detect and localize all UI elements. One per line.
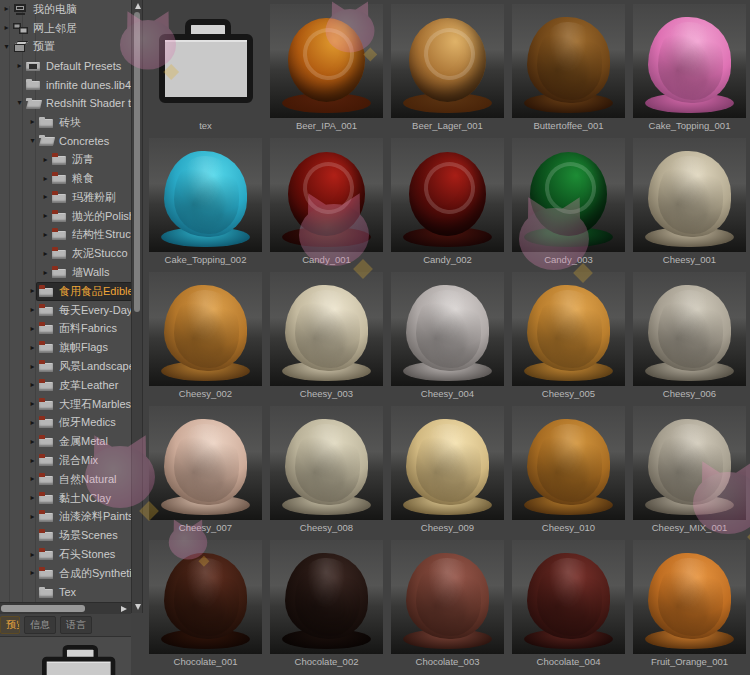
tree-item-target[interactable]: 灰泥Stucco — [50, 245, 131, 262]
tree-item-1[interactable]: ▸网上邻居 — [0, 19, 131, 38]
collapse-arrow-icon[interactable]: ▾ — [2, 43, 11, 51]
expand-arrow-icon[interactable]: ▸ — [28, 551, 37, 559]
expand-arrow-icon[interactable]: ▸ — [28, 400, 37, 408]
tree-item-17[interactable]: ▸面料Fabrics — [0, 320, 131, 339]
tree-item-target[interactable]: 皮革Leather — [37, 377, 122, 394]
collapse-arrow-icon[interactable]: ▾ — [28, 137, 37, 145]
horizontal-scrollbar[interactable] — [0, 602, 131, 614]
tree-item-3[interactable]: ▸Default Presets — [0, 56, 131, 75]
tree-item-19[interactable]: ▸风景Landscape — [0, 357, 131, 376]
tree-item-10[interactable]: ▸玛雅粉刷 — [0, 188, 131, 207]
tree-item-25[interactable]: ▸自然Natural — [0, 470, 131, 489]
tree-item-23[interactable]: ▸金属Metal — [0, 432, 131, 451]
collapse-arrow-icon[interactable]: ▾ — [15, 99, 24, 107]
tree-item-target[interactable]: 每天Every-Day — [37, 302, 131, 319]
tree-item-target[interactable]: 合成的Synthetic — [37, 565, 131, 582]
tree-item-target[interactable]: 黏土NClay — [37, 490, 115, 507]
tree-item-target[interactable]: 金属Metal — [37, 433, 112, 450]
material-preview-tile[interactable] — [512, 540, 625, 654]
scroll-down-icon[interactable] — [135, 604, 141, 610]
tree-item-target[interactable]: 粮食 — [50, 170, 98, 187]
tree-item-29[interactable]: ▸石头Stones — [0, 545, 131, 564]
tree-item-target[interactable]: 假牙Medics — [37, 414, 120, 431]
expand-arrow-icon[interactable]: ▸ — [28, 344, 37, 352]
expand-arrow-icon[interactable]: ▸ — [28, 287, 37, 295]
tree-item-target[interactable]: 自然Natural — [37, 471, 120, 488]
tab-0[interactable]: 预览 — [0, 616, 20, 634]
tree-item-13[interactable]: ▸灰泥Stucco — [0, 244, 131, 263]
material-preview-tile[interactable] — [633, 4, 746, 118]
tree-item-4[interactable]: infinite dunes.lib4d — [0, 75, 131, 94]
expand-arrow-icon[interactable]: ▸ — [28, 306, 37, 314]
tab-2[interactable]: 语言 — [60, 616, 92, 634]
expand-arrow-icon[interactable]: ▸ — [28, 381, 37, 389]
tree-item-target[interactable]: 结构性Structura — [50, 226, 131, 243]
tree-item-target[interactable]: 面料Fabrics — [37, 320, 121, 337]
material-preview-tile[interactable] — [391, 272, 504, 386]
tree-item-21[interactable]: ▸大理石Marbles — [0, 395, 131, 414]
material-preview-tile[interactable] — [149, 406, 262, 520]
tree-item-target[interactable]: 风景Landscape — [37, 358, 131, 375]
material-preview-tile[interactable] — [270, 406, 383, 520]
tree-item-target[interactable]: 预置 — [11, 38, 59, 55]
tree-item-target[interactable]: 油漆涂料Paints — [37, 508, 131, 525]
expand-arrow-icon[interactable]: ▸ — [28, 569, 37, 577]
tree-item-target[interactable]: Concretes — [37, 133, 113, 148]
expand-arrow-icon[interactable]: ▸ — [28, 419, 37, 427]
tree-item-15[interactable]: ▸食用食品Edibles — [0, 282, 131, 301]
tree-item-target[interactable]: 旗帜Flags — [37, 339, 112, 356]
tree-item-26[interactable]: ▸黏土NClay — [0, 489, 131, 508]
tree-item-20[interactable]: ▸皮革Leather — [0, 376, 131, 395]
tree-item-5[interactable]: ▾Redshift Shader to Ci — [0, 94, 131, 113]
expand-arrow-icon[interactable]: ▸ — [28, 325, 37, 333]
expand-arrow-icon[interactable]: ▸ — [28, 438, 37, 446]
tree-item-target[interactable]: Default Presets — [24, 58, 125, 73]
tree-item-27[interactable]: ▸油漆涂料Paints — [0, 508, 131, 527]
tree-item-target[interactable]: 我的电脑 — [11, 1, 81, 18]
tree-item-target[interactable]: 食用食品Edibles — [37, 283, 131, 300]
tree-item-16[interactable]: ▸每天Every-Day — [0, 301, 131, 320]
material-preview-tile[interactable] — [633, 406, 746, 520]
material-preview-tile[interactable] — [633, 272, 746, 386]
expand-arrow-icon[interactable]: ▸ — [41, 193, 50, 201]
expand-arrow-icon[interactable]: ▸ — [41, 212, 50, 220]
tree-item-24[interactable]: ▸混合Mix — [0, 451, 131, 470]
material-preview-tile[interactable] — [512, 138, 625, 252]
horizontal-scrollbar-thumb[interactable] — [1, 605, 85, 612]
material-preview-tile[interactable] — [270, 272, 383, 386]
tree-item-30[interactable]: ▸合成的Synthetic — [0, 564, 131, 583]
material-preview-tile[interactable] — [149, 138, 262, 252]
tree-item-11[interactable]: ▸抛光的Polished — [0, 207, 131, 226]
tree-item-target[interactable]: Tex — [37, 585, 80, 600]
material-preview-tile[interactable] — [149, 272, 262, 386]
expand-arrow-icon[interactable]: ▸ — [41, 250, 50, 258]
tree-item-target[interactable]: 网上邻居 — [11, 20, 81, 37]
tree-item-target[interactable]: 墙Walls — [50, 264, 113, 281]
tree-item-12[interactable]: ▸结构性Structura — [0, 226, 131, 245]
tree-item-8[interactable]: ▸沥青 — [0, 150, 131, 169]
material-preview-tile[interactable] — [633, 138, 746, 252]
material-preview-tile[interactable] — [270, 540, 383, 654]
expand-arrow-icon[interactable]: ▸ — [28, 457, 37, 465]
expand-arrow-icon[interactable]: ▸ — [2, 5, 11, 13]
tree-item-target[interactable]: 砖块 — [37, 114, 85, 131]
expand-arrow-icon[interactable]: ▸ — [28, 494, 37, 502]
material-preview-tile[interactable] — [270, 138, 383, 252]
tree-item-14[interactable]: ▸墙Walls — [0, 263, 131, 282]
material-preview-tile[interactable] — [512, 272, 625, 386]
vertical-scrollbar[interactable] — [131, 0, 143, 613]
tree-item-28[interactable]: 场景Scenes — [0, 526, 131, 545]
expand-arrow-icon[interactable]: ▸ — [41, 175, 50, 183]
tree-item-target[interactable]: 混合Mix — [37, 452, 102, 469]
material-preview-tile[interactable] — [633, 540, 746, 654]
tree-item-target[interactable]: 玛雅粉刷 — [50, 189, 120, 206]
tree-item-6[interactable]: ▸砖块 — [0, 113, 131, 132]
tab-1[interactable]: 信息 — [24, 616, 56, 634]
material-preview-tile[interactable] — [512, 4, 625, 118]
expand-arrow-icon[interactable]: ▸ — [28, 118, 37, 126]
tree-item-7[interactable]: ▾Concretes — [0, 132, 131, 151]
scroll-right-icon[interactable] — [121, 606, 127, 612]
scroll-up-icon[interactable] — [135, 3, 141, 9]
material-preview-tile[interactable] — [391, 4, 504, 118]
expand-arrow-icon[interactable]: ▸ — [41, 269, 50, 277]
